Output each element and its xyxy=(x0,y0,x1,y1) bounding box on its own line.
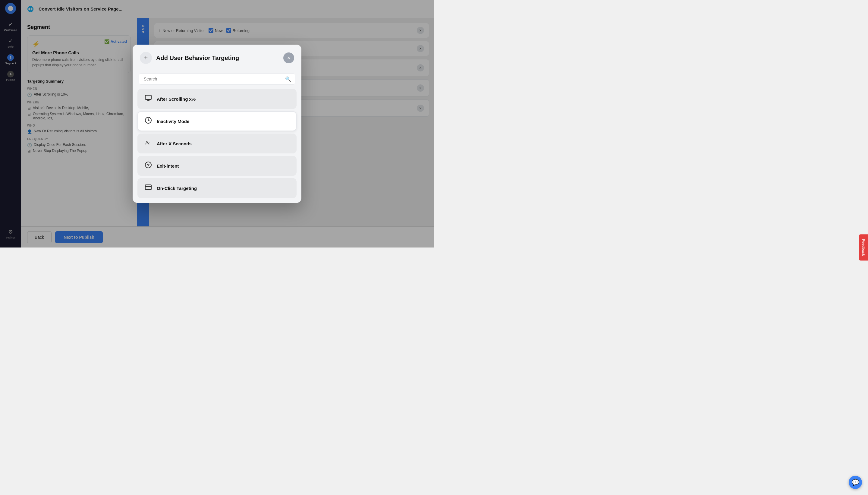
click-icon xyxy=(144,184,153,193)
modal-item-on-click[interactable]: On-Click Targeting xyxy=(137,178,297,198)
plus-symbol: + xyxy=(144,54,148,62)
modal-item-label-inactivity: Inactivity Mode xyxy=(157,119,189,124)
timer-icon: A x xyxy=(144,139,153,148)
modal-search-input[interactable] xyxy=(139,73,295,85)
modal-item-label-scrolling: After Scrolling x% xyxy=(157,97,196,102)
svg-point-7 xyxy=(145,162,151,168)
modal-item-label-exit: Exit-intent xyxy=(157,164,179,169)
modal-search-container: 🔍 xyxy=(133,69,301,89)
modal-item-inactivity-mode[interactable]: Inactivity Mode xyxy=(137,111,297,131)
modal-header: + Add User Behavior Targeting × xyxy=(133,45,301,69)
modal-item-exit-intent[interactable]: Exit-intent xyxy=(137,156,297,176)
inactivity-icon xyxy=(144,117,153,126)
modal-overlay[interactable]: + Add User Behavior Targeting × 🔍 A xyxy=(0,0,434,248)
scrolling-icon xyxy=(144,95,153,103)
modal-title: Add User Behavior Targeting xyxy=(156,54,279,62)
modal-items-list: After Scrolling x% Inactivity Mode A x xyxy=(133,89,301,203)
search-icon: 🔍 xyxy=(285,76,291,82)
modal-item-label-click: On-Click Targeting xyxy=(157,186,197,191)
modal-item-after-x-seconds[interactable]: A x After X Seconds xyxy=(137,134,297,153)
close-icon: × xyxy=(287,55,291,61)
modal-item-after-scrolling[interactable]: After Scrolling x% xyxy=(137,89,297,109)
svg-rect-8 xyxy=(145,185,151,190)
modal-close-button[interactable]: × xyxy=(283,52,294,63)
svg-text:x: x xyxy=(148,141,150,145)
modal-item-label-x-seconds: After X Seconds xyxy=(157,141,192,146)
add-behavior-modal: + Add User Behavior Targeting × 🔍 A xyxy=(133,45,301,203)
svg-rect-1 xyxy=(145,95,151,100)
modal-plus-icon: + xyxy=(140,52,152,64)
exit-icon xyxy=(144,161,153,170)
